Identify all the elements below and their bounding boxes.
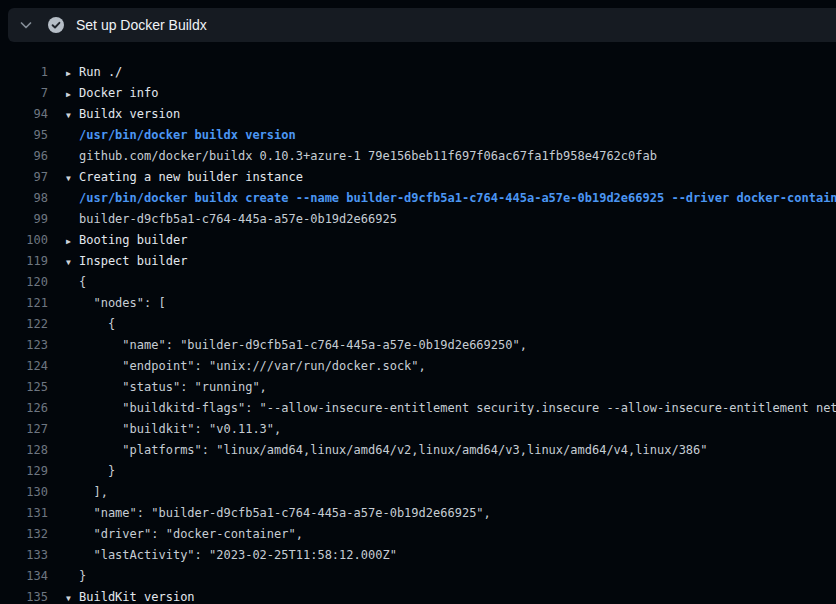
log-text: { (79, 317, 115, 331)
group-title[interactable]: Creating a new builder instance (79, 170, 303, 184)
line-number[interactable]: 122 (0, 314, 48, 335)
group-title[interactable]: Docker info (79, 86, 158, 100)
log-text: "name": "builder-d9cfb5a1-c764-445a-a57e… (79, 506, 491, 520)
triangle-down-icon[interactable]: ▼ (66, 168, 79, 188)
line-number[interactable]: 131 (0, 503, 48, 524)
log-command: /usr/bin/docker buildx create --name bui… (79, 191, 836, 205)
line-number[interactable]: 132 (0, 524, 48, 545)
log-line: 122 { (0, 314, 836, 335)
log-line: 125 "status": "running", (0, 377, 836, 398)
log-text: { (79, 275, 86, 289)
log-line: 124 "endpoint": "unix:///var/run/docker.… (0, 356, 836, 377)
log-line: 99builder-d9cfb5a1-c764-445a-a57e-0b19d2… (0, 209, 836, 230)
log-text: "driver": "docker-container", (79, 527, 303, 541)
line-number[interactable]: 125 (0, 377, 48, 398)
group-title[interactable]: Booting builder (79, 233, 187, 247)
line-number[interactable]: 135 (0, 587, 48, 604)
log-line: 96github.com/docker/buildx 0.10.3+azure-… (0, 146, 836, 167)
log-command: /usr/bin/docker buildx version (79, 128, 296, 142)
log-text: "buildkit": "v0.11.3", (79, 422, 281, 436)
line-number[interactable]: 129 (0, 461, 48, 482)
log-line: 126 "buildkitd-flags": "--allow-insecure… (0, 398, 836, 419)
step-header[interactable]: Set up Docker Buildx (8, 8, 836, 42)
log-line: 98/usr/bin/docker buildx create --name b… (0, 188, 836, 209)
group-title[interactable]: Buildx version (79, 107, 180, 121)
triangle-right-icon[interactable]: ▶ (66, 231, 79, 251)
log-lines: 1▶Run ./7▶Docker info94▼Buildx version95… (0, 62, 836, 604)
log-line: 100▶Booting builder (0, 230, 836, 251)
triangle-down-icon[interactable]: ▼ (66, 588, 79, 604)
line-number[interactable]: 123 (0, 335, 48, 356)
group-title[interactable]: Inspect builder (79, 254, 187, 268)
line-number[interactable]: 1 (0, 62, 48, 83)
log-line: 135▼BuildKit version (0, 587, 836, 604)
triangle-right-icon[interactable]: ▶ (66, 84, 79, 104)
line-number[interactable]: 100 (0, 230, 48, 251)
log-text: "status": "running", (79, 380, 267, 394)
log-text: github.com/docker/buildx 0.10.3+azure-1 … (79, 149, 657, 163)
line-number[interactable]: 99 (0, 209, 48, 230)
line-number[interactable]: 119 (0, 251, 48, 272)
log-text: "lastActivity": "2023-02-25T11:58:12.000… (79, 548, 397, 562)
log-text: "buildkitd-flags": "--allow-insecure-ent… (79, 401, 836, 415)
line-number[interactable]: 127 (0, 419, 48, 440)
line-number[interactable]: 97 (0, 167, 48, 188)
line-number[interactable]: 120 (0, 272, 48, 293)
log-line: 123 "name": "builder-d9cfb5a1-c764-445a-… (0, 335, 836, 356)
log-line: 129 } (0, 461, 836, 482)
log-line: 133 "lastActivity": "2023-02-25T11:58:12… (0, 545, 836, 566)
line-number[interactable]: 124 (0, 356, 48, 377)
log-line: 94▼Buildx version (0, 104, 836, 125)
log-line: 128 "platforms": "linux/amd64,linux/amd6… (0, 440, 836, 461)
log-line: 95/usr/bin/docker buildx version (0, 125, 836, 146)
log-text: "platforms": "linux/amd64,linux/amd64/v2… (79, 443, 708, 457)
line-number[interactable]: 121 (0, 293, 48, 314)
line-number[interactable]: 126 (0, 398, 48, 419)
line-number[interactable]: 134 (0, 566, 48, 587)
triangle-right-icon[interactable]: ▶ (66, 63, 79, 83)
group-title[interactable]: BuildKit version (79, 590, 195, 604)
log-line: 130 ], (0, 482, 836, 503)
line-number[interactable]: 133 (0, 545, 48, 566)
step-title: Set up Docker Buildx (76, 17, 207, 33)
line-number[interactable]: 130 (0, 482, 48, 503)
log-line: 7▶Docker info (0, 83, 836, 104)
line-number[interactable]: 94 (0, 104, 48, 125)
log-line: 132 "driver": "docker-container", (0, 524, 836, 545)
log-text: } (79, 569, 86, 583)
log-line: 119▼Inspect builder (0, 251, 836, 272)
log-text: "name": "builder-d9cfb5a1-c764-445a-a57e… (79, 338, 527, 352)
triangle-down-icon[interactable]: ▼ (66, 252, 79, 272)
line-number[interactable]: 7 (0, 83, 48, 104)
triangle-down-icon[interactable]: ▼ (66, 105, 79, 125)
log-text: builder-d9cfb5a1-c764-445a-a57e-0b19d2e6… (79, 212, 397, 226)
line-number[interactable]: 98 (0, 188, 48, 209)
log-line: 131 "name": "builder-d9cfb5a1-c764-445a-… (0, 503, 836, 524)
log-text: } (79, 464, 115, 478)
log-line: 121 "nodes": [ (0, 293, 836, 314)
log-line: 120{ (0, 272, 836, 293)
log-text: "nodes": [ (79, 296, 166, 310)
log-line: 134} (0, 566, 836, 587)
check-circle-icon (48, 17, 64, 33)
line-number[interactable]: 128 (0, 440, 48, 461)
log-line: 127 "buildkit": "v0.11.3", (0, 419, 836, 440)
line-number[interactable]: 96 (0, 146, 48, 167)
log-line: 1▶Run ./ (0, 62, 836, 83)
chevron-down-icon[interactable] (18, 17, 34, 33)
log-text: ], (79, 485, 108, 499)
log-text: "endpoint": "unix:///var/run/docker.sock… (79, 359, 426, 373)
log-line: 97▼Creating a new builder instance (0, 167, 836, 188)
group-title[interactable]: Run ./ (79, 65, 122, 79)
line-number[interactable]: 95 (0, 125, 48, 146)
